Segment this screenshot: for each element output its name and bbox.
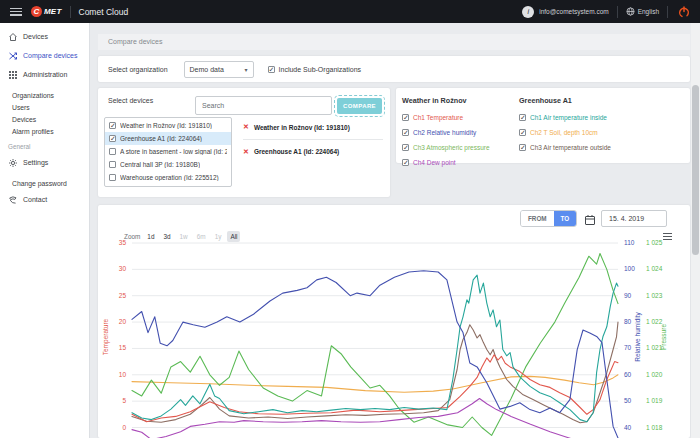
device-option[interactable]: Warehouse operation (Id: 225512)	[105, 171, 231, 184]
channel-checkbox[interactable]	[519, 114, 526, 121]
sidebar-item-settings[interactable]: Settings	[0, 153, 89, 172]
app-title: Comet Cloud	[79, 7, 129, 17]
sidebar-item-label: Settings	[23, 159, 48, 166]
device-channels-card: Weather in RožnovCh1 TemperatureCh2 Rela…	[396, 88, 690, 163]
device-option[interactable]: Weather in Rožnov (Id: 191810)	[105, 119, 231, 132]
device-option[interactable]: Central hall 3P (Id: 19180B)	[105, 158, 231, 171]
page-title: Compare devices	[108, 38, 162, 45]
selected-devices-list: ✕Weather in Rožnov (Id: 191810)✕Greenhou…	[243, 115, 383, 163]
device-checkbox[interactable]	[109, 148, 116, 155]
device-checkbox[interactable]	[109, 174, 116, 181]
power-icon	[678, 6, 690, 18]
series-ch2-t-soil-depth-10cm	[132, 375, 618, 392]
comet-logo[interactable]: C MET	[31, 6, 62, 17]
header-divider	[70, 6, 71, 18]
selected-device-row: ✕Weather in Rožnov (Id: 191810)	[243, 115, 383, 139]
calendar-icon	[584, 214, 596, 226]
zoom-button-all[interactable]: All	[227, 231, 240, 242]
device-option-label: Warehouse operation (Id: 225512)	[120, 174, 219, 181]
sidebar-item-administration[interactable]: Administration	[0, 65, 89, 84]
channel-row: Ch3 Air temperature outside	[519, 140, 636, 155]
globe-icon	[626, 7, 635, 16]
channel-row: Ch4 Dew point	[402, 155, 519, 170]
channel-label: Ch2 T Soil, depth 10cm	[530, 129, 598, 136]
channel-row: Ch2 Relative humidity	[402, 125, 519, 140]
language-selector[interactable]: English	[626, 7, 659, 16]
sidebar-item-label: Administration	[23, 71, 67, 78]
account-menu[interactable]: i info@cometsystem.com	[522, 6, 608, 18]
include-sub-organizations-checkbox[interactable]	[268, 66, 275, 73]
axis-tick-label: 70	[624, 344, 632, 351]
compare-button[interactable]: COMPARE	[337, 98, 382, 114]
device-option[interactable]: A store in basement - low signal (Id: 22…	[105, 145, 231, 158]
channel-checkbox[interactable]	[519, 144, 526, 151]
select-devices-card: Select devices COMPARE Weather in Rožnov…	[98, 88, 390, 197]
logout-button[interactable]	[678, 6, 690, 18]
search-input[interactable]	[195, 96, 332, 115]
channel-label: Ch3 Air temperature outside	[530, 144, 611, 151]
axis-tick-label: 30	[119, 265, 127, 272]
device-listbox: Weather in Rožnov (Id: 191810)Greenhouse…	[104, 117, 232, 187]
channel-panel-title: Greenhouse A1	[519, 96, 636, 105]
axis-title: Pressure	[660, 324, 667, 350]
remove-device-icon[interactable]: ✕	[243, 148, 249, 156]
from-button[interactable]: FROM	[521, 211, 554, 226]
sidebar-item-change-password[interactable]: Change password	[0, 178, 89, 190]
scrollbar-thumb[interactable]	[692, 85, 699, 255]
organization-card: Select organization Demo data ▾ Include …	[98, 56, 690, 82]
axis-tick-label: 1 024	[646, 265, 663, 272]
sidebar-item-devices-admin[interactable]: Devices	[0, 114, 89, 126]
axis-tick-label: 1 025	[646, 239, 663, 246]
device-checkbox[interactable]	[109, 122, 116, 129]
channel-checkbox[interactable]	[519, 129, 526, 136]
device-option-label: Central hall 3P (Id: 19180B)	[120, 161, 200, 168]
to-button[interactable]: TO	[554, 211, 577, 226]
device-option-label: Greenhouse A1 (Id: 224064)	[120, 135, 202, 142]
axis-tick-label: 1 019	[646, 397, 663, 404]
sidebar-item-compare-devices[interactable]: Compare devices	[0, 46, 89, 65]
axis-tick-label: 25	[119, 292, 127, 299]
language-label: English	[638, 8, 659, 15]
zoom-button-3d[interactable]: 3d	[160, 231, 173, 242]
zoom-button-6m: 6m	[194, 231, 209, 242]
organization-select[interactable]: Demo data ▾	[184, 61, 254, 78]
phone-icon	[8, 195, 18, 205]
sidebar-item-organizations[interactable]: Organizations	[0, 90, 89, 102]
axis-tick-label: 10	[119, 371, 127, 378]
channel-row: Ch2 T Soil, depth 10cm	[519, 125, 636, 140]
device-option-label: A store in basement - low signal (Id: 22…	[120, 148, 227, 155]
channel-checkbox[interactable]	[402, 144, 409, 151]
channel-label: Ch1 Air temperature inside	[530, 114, 607, 121]
axis-tick-label: 80	[624, 318, 632, 325]
sidebar-item-contact[interactable]: Contact	[0, 190, 89, 209]
header-divider	[667, 6, 668, 18]
channel-checkbox[interactable]	[402, 159, 409, 166]
home-icon	[8, 32, 18, 42]
remove-device-icon[interactable]: ✕	[243, 123, 249, 131]
sidebar-item-devices[interactable]: Devices	[0, 27, 89, 46]
grid-icon	[8, 70, 18, 80]
logo-text: MET	[44, 7, 62, 16]
device-checkbox[interactable]	[109, 135, 116, 142]
chart-menu-icon[interactable]	[663, 233, 672, 240]
date-input[interactable]	[601, 210, 667, 227]
series-ch3-air-temperature-outside	[132, 322, 618, 423]
top-header: C MET Comet Cloud i info@cometsystem.com…	[0, 0, 700, 23]
sidebar-item-users[interactable]: Users	[0, 102, 89, 114]
sidebar-item-alarm-profiles[interactable]: Alarm profiles	[0, 126, 89, 138]
device-checkbox[interactable]	[109, 161, 116, 168]
axis-title: Relative humidity	[634, 312, 642, 362]
channel-checkbox[interactable]	[402, 129, 409, 136]
menu-icon[interactable]	[10, 8, 22, 16]
axis-title: Temperature	[102, 318, 110, 355]
channel-checkbox[interactable]	[402, 114, 409, 121]
calendar-button[interactable]	[584, 212, 597, 225]
axis-tick-label: 100	[624, 265, 635, 272]
selected-device-row: ✕Greenhouse A1 (Id: 224064)	[243, 139, 383, 163]
channel-panel-title: Weather in Rožnov	[402, 96, 519, 105]
device-option[interactable]: Greenhouse A1 (Id: 224064)	[105, 132, 231, 145]
axis-tick-label: 1 020	[646, 371, 663, 378]
device-option-label: Weather in Rožnov (Id: 191810)	[120, 122, 212, 129]
zoom-button-1d[interactable]: 1d	[144, 231, 157, 242]
from-to-toggle: FROM TO	[520, 210, 577, 227]
